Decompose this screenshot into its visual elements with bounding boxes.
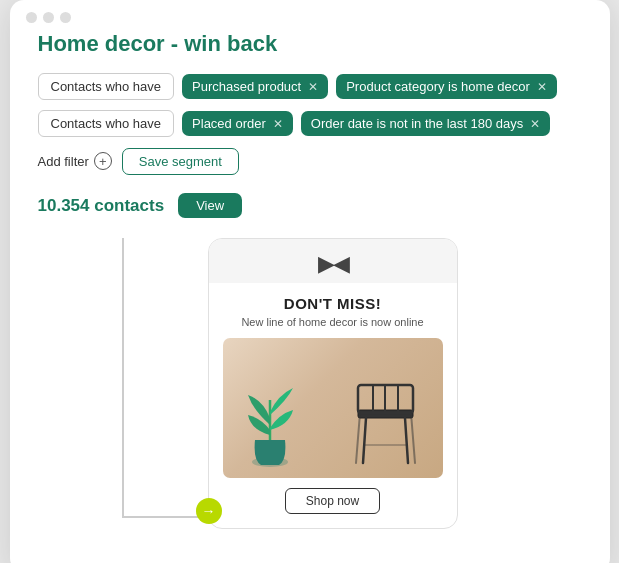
svg-line-7 bbox=[363, 418, 366, 463]
arrow-icon: → bbox=[202, 503, 216, 519]
view-button[interactable]: View bbox=[178, 193, 242, 218]
main-content: Home decor - win back Contacts who have … bbox=[10, 31, 610, 548]
plus-icon: + bbox=[94, 152, 112, 170]
filter-label-2: Contacts who have bbox=[38, 110, 175, 137]
email-subtitle: New line of home decor is now online bbox=[223, 316, 443, 328]
close-purchased-icon[interactable]: ✕ bbox=[308, 80, 318, 94]
bottom-area: → ▶◀ DON'T MISS! New line of home decor … bbox=[38, 238, 582, 548]
close-order-date-icon[interactable]: ✕ bbox=[530, 117, 540, 131]
titlebar bbox=[10, 0, 610, 31]
arrow-circle: → bbox=[196, 498, 222, 524]
email-title: DON'T MISS! bbox=[223, 295, 443, 312]
add-filter-button[interactable]: Add filter + bbox=[38, 147, 112, 175]
chair-illustration bbox=[348, 375, 423, 470]
plant-illustration bbox=[243, 380, 298, 470]
tag-purchased-label: Purchased product bbox=[192, 79, 301, 94]
svg-line-8 bbox=[405, 418, 408, 463]
shop-now-button[interactable]: Shop now bbox=[285, 488, 380, 514]
close-category-icon[interactable]: ✕ bbox=[537, 80, 547, 94]
email-image bbox=[223, 338, 443, 478]
email-body: DON'T MISS! New line of home decor is no… bbox=[209, 283, 457, 528]
tag-category-label: Product category is home decor bbox=[346, 79, 530, 94]
dot3 bbox=[60, 12, 71, 23]
tag-category-home[interactable]: Product category is home decor ✕ bbox=[336, 74, 557, 99]
tag-placed-label: Placed order bbox=[192, 116, 266, 131]
dot2 bbox=[43, 12, 54, 23]
svg-line-9 bbox=[356, 413, 360, 463]
contacts-row: 10.354 contacts View bbox=[38, 193, 582, 218]
filter-row-2: Contacts who have Placed order ✕ Order d… bbox=[38, 110, 582, 137]
save-segment-button[interactable]: Save segment bbox=[122, 148, 239, 175]
tag-placed-order[interactable]: Placed order ✕ bbox=[182, 111, 293, 136]
svg-line-10 bbox=[411, 413, 415, 463]
app-window: Home decor - win back Contacts who have … bbox=[10, 0, 610, 563]
connector-area: → bbox=[38, 238, 208, 548]
tag-order-date-label: Order date is not in the last 180 days bbox=[311, 116, 523, 131]
page-title: Home decor - win back bbox=[38, 31, 582, 57]
email-header: ▶◀ bbox=[209, 239, 457, 283]
filter-row-1: Contacts who have Purchased product ✕ Pr… bbox=[38, 73, 582, 100]
dot1 bbox=[26, 12, 37, 23]
close-placed-icon[interactable]: ✕ bbox=[273, 117, 283, 131]
tag-order-date[interactable]: Order date is not in the last 180 days ✕ bbox=[301, 111, 550, 136]
filter-label-1: Contacts who have bbox=[38, 73, 175, 100]
brand-logo: ▶◀ bbox=[318, 251, 348, 277]
add-filter-label: Add filter bbox=[38, 154, 89, 169]
tag-purchased-product[interactable]: Purchased product ✕ bbox=[182, 74, 328, 99]
contacts-count: 10.354 contacts bbox=[38, 196, 165, 216]
email-card: ▶◀ DON'T MISS! New line of home decor is… bbox=[208, 238, 458, 529]
actions-row: Add filter + Save segment bbox=[38, 147, 582, 175]
